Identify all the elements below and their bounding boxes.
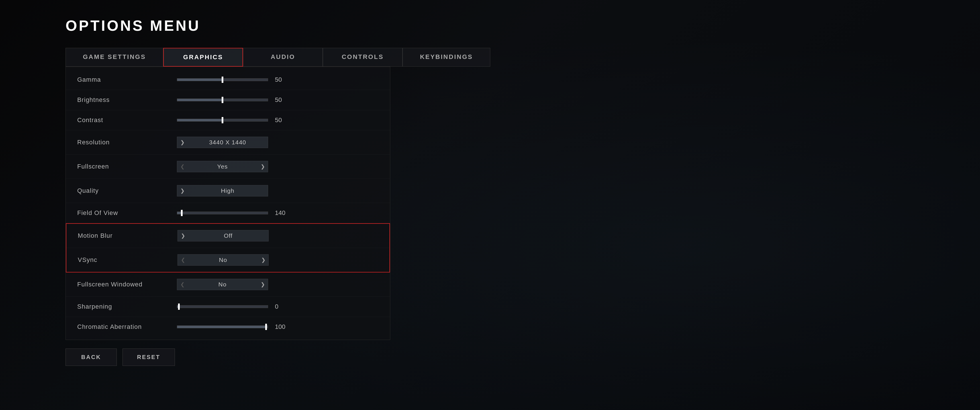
fullscreen-selector: ❮ Yes ❯ [177, 161, 268, 172]
tab-graphics[interactable]: GRAPHICS [163, 48, 243, 67]
setting-vsync: VSync ❮ No ❯ [66, 248, 390, 272]
setting-chromatic-aberration-control: 100 [177, 323, 319, 331]
fov-slider-track[interactable] [177, 211, 268, 215]
gamma-value: 50 [275, 76, 292, 83]
tab-controls[interactable]: CONTROLS [323, 48, 402, 67]
main-content: OPTIONS MENU GAME SETTINGS GRAPHICS AUDI… [0, 0, 980, 366]
setting-quality-label: Quality [77, 187, 177, 194]
brightness-slider-fill [177, 99, 223, 101]
sharpening-slider-track[interactable] [177, 305, 268, 308]
setting-fullscreen-label: Fullscreen [77, 163, 177, 170]
brightness-slider-track[interactable] [177, 99, 268, 102]
reset-button[interactable]: RESET [123, 348, 175, 366]
vsync-value: No [188, 256, 258, 263]
setting-resolution-label: Resolution [77, 139, 177, 146]
setting-brightness-control: 50 [177, 96, 319, 103]
fullscreen-arrow-right[interactable]: ❯ [258, 161, 268, 172]
brightness-value: 50 [275, 96, 292, 103]
fullscreen-windowed-value: No [188, 281, 258, 288]
setting-gamma-control: 50 [177, 76, 319, 83]
tab-keybindings[interactable]: KEYBINDINGS [402, 48, 490, 67]
setting-fullscreen: Fullscreen ❮ Yes ❯ [66, 154, 390, 179]
highlighted-settings-group: Motion Blur ❯ Off VSync ❮ No ❯ [66, 223, 390, 272]
contrast-value: 50 [275, 116, 292, 124]
setting-fov-control: 140 [177, 209, 319, 217]
chromatic-aberration-slider-track[interactable] [177, 326, 268, 328]
sharpening-slider-thumb[interactable] [178, 304, 180, 310]
motion-blur-selector: ❯ Off [178, 230, 269, 242]
setting-fullscreen-windowed-label: Fullscreen Windowed [77, 281, 177, 288]
setting-resolution: Resolution ❯ 3440 X 1440 [66, 130, 390, 154]
contrast-slider-thumb[interactable] [222, 117, 223, 123]
vsync-arrow-left[interactable]: ❮ [178, 254, 188, 265]
setting-vsync-control: ❮ No ❯ [178, 254, 320, 265]
setting-fullscreen-windowed: Fullscreen Windowed ❮ No ❯ [66, 272, 390, 297]
fullscreen-windowed-selector: ❮ No ❯ [177, 279, 268, 290]
setting-contrast: Contrast 50 [66, 110, 390, 130]
setting-contrast-control: 50 [177, 116, 319, 124]
chromatic-aberration-value: 100 [275, 323, 292, 331]
quality-value: High [188, 188, 268, 194]
motion-blur-value: Off [188, 232, 268, 239]
setting-chromatic-aberration-label: Chromatic Aberration [77, 323, 177, 331]
page-title: OPTIONS MENU [65, 17, 980, 34]
chromatic-aberration-slider-thumb[interactable] [265, 324, 267, 330]
fov-slider-thumb[interactable] [181, 210, 183, 216]
fullscreen-windowed-arrow-left[interactable]: ❮ [177, 279, 188, 290]
setting-vsync-label: VSync [78, 256, 178, 264]
brightness-slider-thumb[interactable] [222, 97, 223, 103]
setting-motion-blur-label: Motion Blur [78, 232, 178, 240]
gamma-slider-thumb[interactable] [222, 76, 223, 83]
setting-sharpening: Sharpening 0 [66, 297, 390, 317]
gamma-slider-track[interactable] [177, 78, 268, 81]
quality-arrow-right[interactable]: ❯ [177, 185, 188, 196]
motion-blur-arrow-right[interactable]: ❯ [178, 230, 188, 241]
gamma-slider-fill [177, 79, 223, 81]
resolution-arrow-right[interactable]: ❯ [177, 137, 188, 148]
fullscreen-arrow-left[interactable]: ❮ [177, 161, 188, 172]
resolution-selector: ❯ 3440 X 1440 [177, 137, 268, 148]
quality-selector: ❯ High [177, 185, 268, 197]
fov-value: 140 [275, 209, 292, 217]
setting-brightness: Brightness 50 [66, 90, 390, 110]
setting-fullscreen-windowed-control: ❮ No ❯ [177, 279, 319, 290]
back-button[interactable]: BACK [65, 348, 117, 366]
vsync-selector: ❮ No ❯ [178, 254, 269, 265]
setting-resolution-control: ❯ 3440 X 1440 [177, 137, 319, 148]
chromatic-aberration-slider-fill [177, 326, 266, 328]
contrast-slider-fill [177, 119, 223, 121]
fullscreen-value: Yes [188, 163, 258, 170]
setting-chromatic-aberration: Chromatic Aberration 100 [66, 317, 390, 337]
setting-fov: Field Of View 140 [66, 203, 390, 223]
setting-brightness-label: Brightness [77, 96, 177, 103]
settings-panel: Gamma 50 Brightness 50 Contrast [65, 67, 390, 340]
tab-audio[interactable]: AUDIO [243, 48, 323, 67]
bottom-buttons: BACK RESET [65, 348, 980, 366]
setting-sharpening-label: Sharpening [77, 303, 177, 310]
contrast-slider-track[interactable] [177, 119, 268, 122]
setting-fov-label: Field Of View [77, 209, 177, 217]
setting-gamma-label: Gamma [77, 76, 177, 83]
tab-game-settings[interactable]: GAME SETTINGS [65, 48, 163, 67]
setting-motion-blur-control: ❯ Off [178, 230, 320, 242]
setting-contrast-label: Contrast [77, 116, 177, 124]
resolution-value: 3440 X 1440 [188, 139, 268, 146]
setting-quality: Quality ❯ High [66, 179, 390, 203]
setting-fullscreen-control: ❮ Yes ❯ [177, 161, 319, 172]
fullscreen-windowed-arrow-right[interactable]: ❯ [258, 279, 268, 290]
tab-bar: GAME SETTINGS GRAPHICS AUDIO CONTROLS KE… [65, 48, 980, 67]
setting-sharpening-control: 0 [177, 303, 319, 310]
sharpening-value: 0 [275, 303, 292, 310]
setting-quality-control: ❯ High [177, 185, 319, 197]
setting-motion-blur: Motion Blur ❯ Off [66, 224, 390, 248]
setting-gamma: Gamma 50 [66, 70, 390, 90]
vsync-arrow-right[interactable]: ❯ [258, 254, 268, 265]
